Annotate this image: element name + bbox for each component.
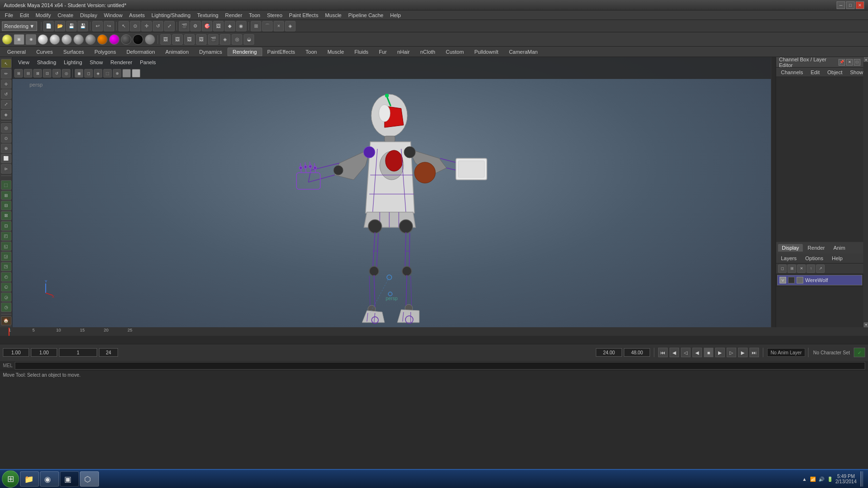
snap-view[interactable]: ◈ bbox=[285, 21, 296, 31]
next-frame-btn[interactable]: ▷ bbox=[727, 348, 736, 357]
rect-select[interactable]: ⬜ bbox=[1, 154, 11, 163]
vp-color-1[interactable] bbox=[122, 69, 131, 78]
tab-ncloth[interactable]: nCloth bbox=[415, 48, 441, 56]
shader-ball-4[interactable] bbox=[73, 34, 84, 45]
vp-shading-1[interactable]: ◼ bbox=[75, 69, 83, 78]
tab-rendering[interactable]: Rendering bbox=[227, 48, 262, 56]
layer-icon-12[interactable]: ◶ bbox=[1, 293, 11, 302]
menu-stereo[interactable]: Stereo bbox=[264, 11, 285, 19]
no-anim-layer[interactable]: No Anim Layer bbox=[767, 348, 805, 357]
vp-menu-renderer[interactable]: Renderer bbox=[108, 59, 135, 66]
layer-icon-4[interactable]: ⊠ bbox=[1, 211, 11, 220]
ch-pin-btn[interactable]: 📌 bbox=[838, 59, 845, 66]
right-scrollbar[interactable]: ▲ ▼ bbox=[863, 57, 868, 327]
show-desktop-btn[interactable] bbox=[860, 471, 863, 487]
shader-ball-7[interactable] bbox=[109, 34, 119, 45]
layer-export-btn[interactable]: ↗ bbox=[816, 264, 825, 273]
timeline-ruler[interactable]: 1 5 10 15 20 25 bbox=[0, 328, 868, 336]
scale-tool[interactable]: ⤢ bbox=[164, 21, 175, 31]
menu-pipeline-cache[interactable]: Pipeline Cache bbox=[345, 11, 386, 19]
vp-tb-3[interactable]: ⊠ bbox=[33, 69, 42, 78]
layer-icon-11[interactable]: ◵ bbox=[1, 283, 11, 292]
render-settings-btn[interactable]: ⚙ bbox=[190, 21, 201, 31]
minimize-button[interactable]: ─ bbox=[837, 1, 845, 9]
move-tool[interactable]: ✛ bbox=[141, 21, 152, 31]
show-manip[interactable]: ◈ bbox=[1, 110, 11, 119]
menu-display[interactable]: Display bbox=[77, 11, 100, 19]
tab-painteffects[interactable]: PaintEffects bbox=[262, 48, 301, 56]
undo-btn[interactable]: ↩ bbox=[92, 21, 103, 31]
layer-menu-help[interactable]: Help bbox=[829, 254, 846, 262]
tab-polygons[interactable]: Polygons bbox=[89, 48, 121, 56]
shader-ball-lambert[interactable] bbox=[2, 34, 12, 45]
render-view-btn[interactable]: 🖼 bbox=[213, 21, 224, 31]
lasso-tool[interactable]: ⊙ bbox=[130, 21, 140, 31]
jump-start-btn[interactable]: ⏮ bbox=[658, 348, 668, 357]
rotate-tool[interactable]: ↺ bbox=[153, 21, 163, 31]
snap-curve[interactable]: ⌒ bbox=[262, 21, 273, 31]
layer-icon-2[interactable]: ⊞ bbox=[1, 191, 11, 200]
stop-btn[interactable]: ■ bbox=[704, 348, 713, 357]
vp-menu-panels[interactable]: Panels bbox=[137, 59, 159, 66]
menu-toon[interactable]: Toon bbox=[246, 11, 263, 19]
start-button[interactable]: ⊞ bbox=[2, 470, 19, 488]
prev-frame-btn[interactable]: ◁ bbox=[681, 348, 690, 357]
lasso-tool-left[interactable]: ⊙ bbox=[1, 134, 11, 143]
shader-ball-dark[interactable] bbox=[121, 34, 131, 45]
layer-item-werewolf[interactable]: V WereWolf bbox=[777, 275, 862, 285]
tab-curves[interactable]: Curves bbox=[31, 48, 58, 56]
tab-fluids[interactable]: Fluids bbox=[349, 48, 374, 56]
frame-input[interactable] bbox=[59, 348, 97, 357]
select-tool-left[interactable]: ↖ bbox=[1, 59, 11, 68]
vp-menu-lighting[interactable]: Lighting bbox=[61, 59, 85, 66]
vp-shading-2[interactable]: ◻ bbox=[84, 69, 93, 78]
tab-pulldownit[interactable]: PulldownIt bbox=[469, 48, 504, 56]
ch-menu-edit[interactable]: Edit bbox=[808, 68, 822, 76]
shader-ball-phong[interactable] bbox=[38, 34, 48, 45]
vp-tb-1[interactable]: ⊞ bbox=[14, 69, 23, 78]
layer-tab-render[interactable]: Render bbox=[804, 244, 829, 252]
scroll-up-btn[interactable]: ▲ bbox=[864, 57, 868, 62]
layer-icon-10[interactable]: ◴ bbox=[1, 272, 11, 281]
close-button[interactable]: ✕ bbox=[856, 1, 864, 9]
shader-ball-6[interactable] bbox=[97, 34, 108, 45]
vp-shading-3[interactable]: ◈ bbox=[94, 69, 102, 78]
save-as-btn[interactable]: 💾 bbox=[78, 21, 88, 31]
select-tool[interactable]: ↖ bbox=[118, 21, 129, 31]
play-back-btn[interactable]: ◀ bbox=[692, 348, 702, 357]
menu-create[interactable]: Create bbox=[55, 11, 76, 19]
step-back-btn[interactable]: ◀ bbox=[670, 348, 679, 357]
mel-input[interactable] bbox=[15, 362, 865, 370]
vp-tb-6[interactable]: ◎ bbox=[62, 69, 70, 78]
render-icon-8[interactable]: ◒ bbox=[244, 34, 254, 45]
tab-toon[interactable]: Toon bbox=[300, 48, 322, 56]
home-icon[interactable]: 🏠 bbox=[1, 316, 11, 325]
vp-color-2[interactable] bbox=[132, 69, 140, 78]
vp-tb-2[interactable]: ⊟ bbox=[24, 69, 32, 78]
vp-shading-5[interactable]: ⊕ bbox=[113, 69, 121, 78]
layer-menu-options[interactable]: Options bbox=[802, 254, 826, 262]
save-file-btn[interactable]: 💾 bbox=[66, 21, 77, 31]
render-layer-btn[interactable]: ◉ bbox=[236, 21, 247, 31]
vp-menu-view[interactable]: View bbox=[15, 59, 32, 66]
paint-tool[interactable]: ✏ bbox=[1, 69, 11, 78]
ch-menu-channels[interactable]: Channels bbox=[778, 68, 806, 76]
tab-animation[interactable]: Animation bbox=[160, 48, 194, 56]
menu-assets[interactable]: Assets bbox=[126, 11, 148, 19]
char-set-btn[interactable]: ✓ bbox=[854, 348, 865, 357]
tab-dynamics[interactable]: Dynamics bbox=[194, 48, 227, 56]
vp-menu-shading[interactable]: Shading bbox=[34, 59, 59, 66]
scroll-down-btn[interactable]: ▼ bbox=[864, 322, 868, 327]
viewport[interactable]: View Shading Lighting Show Renderer Pane… bbox=[12, 57, 771, 327]
layer-move-btn[interactable]: ↑ bbox=[807, 264, 815, 273]
menu-edit[interactable]: Edit bbox=[17, 11, 32, 19]
play-fwd-btn[interactable]: ▶ bbox=[715, 348, 725, 357]
taskbar-files[interactable]: 📁 bbox=[20, 471, 39, 487]
current-frame-field[interactable] bbox=[3, 348, 29, 357]
render-icon-7[interactable]: ◎ bbox=[232, 34, 242, 45]
timeline-track[interactable] bbox=[0, 336, 868, 344]
layer-lock-btn[interactable] bbox=[788, 277, 795, 283]
shader-ball-5[interactable] bbox=[85, 34, 96, 45]
playback-end2-field[interactable] bbox=[624, 348, 650, 357]
layer-tab-display[interactable]: Display bbox=[778, 244, 803, 252]
